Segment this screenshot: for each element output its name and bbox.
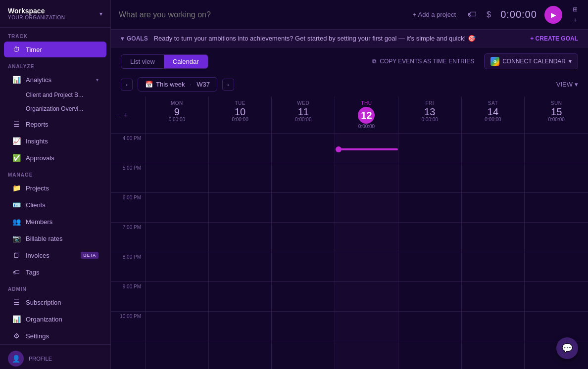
support-chat-button[interactable]: 💬 bbox=[556, 337, 578, 359]
cell-mon-10pm[interactable] bbox=[146, 312, 208, 341]
topbar-list-icon[interactable]: ⊞ bbox=[570, 4, 580, 14]
cell-tue-5pm[interactable] bbox=[209, 163, 272, 193]
cell-fri-5pm[interactable] bbox=[398, 163, 461, 193]
time-entry-input[interactable] bbox=[119, 10, 403, 19]
cell-wed-5pm[interactable] bbox=[272, 163, 335, 193]
cell-thu-10pm[interactable] bbox=[335, 312, 398, 341]
add-project-button[interactable]: + Add a project bbox=[409, 9, 460, 20]
sidebar-item-subscription[interactable]: ☰ Subscription bbox=[4, 294, 106, 310]
cell-thu-7pm[interactable] bbox=[335, 223, 398, 252]
cell-fri-6pm[interactable] bbox=[398, 193, 461, 223]
cell-sat-9pm[interactable] bbox=[462, 282, 525, 312]
day-thu[interactable] bbox=[335, 134, 398, 369]
goals-toggle[interactable]: ▾ GOALS bbox=[121, 35, 148, 42]
cell-sat-7pm[interactable] bbox=[462, 223, 525, 252]
sidebar-item-organization[interactable]: 📊 Organization bbox=[4, 311, 106, 327]
cell-thu-6pm[interactable] bbox=[335, 193, 398, 223]
sidebar-item-invoices[interactable]: 🗒 Invoices BETA bbox=[4, 247, 106, 263]
cell-sat-8pm[interactable] bbox=[462, 252, 525, 282]
sidebar-item-reports[interactable]: ☰ Reports bbox=[4, 116, 106, 132]
day-sat[interactable] bbox=[462, 134, 525, 369]
cell-fri-4pm[interactable] bbox=[398, 134, 461, 163]
sidebar-item-approvals[interactable]: ✅ Approvals bbox=[4, 150, 106, 166]
day-sun[interactable] bbox=[525, 134, 588, 369]
cell-thu-5pm[interactable] bbox=[335, 163, 398, 193]
cell-mon-7pm[interactable] bbox=[146, 223, 208, 252]
cell-wed-8pm[interactable] bbox=[272, 252, 335, 282]
cell-sun-9pm[interactable] bbox=[525, 282, 588, 312]
tag-icon[interactable]: 🏷 bbox=[466, 7, 479, 22]
day-tue[interactable] bbox=[209, 134, 272, 369]
support-chat-icon: 💬 bbox=[562, 343, 573, 354]
sidebar-item-insights[interactable]: 📈 Insights bbox=[4, 133, 106, 149]
sidebar-item-timer[interactable]: ⏱ Timer bbox=[4, 42, 106, 57]
cell-thu-4pm[interactable] bbox=[335, 134, 398, 163]
cell-sun-4pm[interactable] bbox=[525, 134, 588, 163]
cell-sun-5pm[interactable] bbox=[525, 163, 588, 193]
cell-mon-5pm[interactable] bbox=[146, 163, 208, 193]
cell-wed-6pm[interactable] bbox=[272, 193, 335, 223]
cell-mon-4pm[interactable] bbox=[146, 134, 208, 163]
cell-mon-8pm[interactable] bbox=[146, 252, 208, 282]
play-button[interactable]: ▶ bbox=[544, 6, 562, 24]
billable-icon[interactable]: $ bbox=[485, 8, 493, 21]
view-label[interactable]: VIEW ▾ bbox=[556, 81, 578, 88]
cell-sun-10pm[interactable] bbox=[525, 312, 588, 341]
cell-tue-10pm[interactable] bbox=[209, 312, 272, 341]
cell-sun-8pm[interactable] bbox=[525, 252, 588, 282]
workspace-header[interactable]: Workspace YOUR ORGANIZATION ▾ bbox=[0, 0, 110, 28]
sidebar-item-clients[interactable]: 🪪 Clients bbox=[4, 197, 106, 213]
day-mon[interactable] bbox=[146, 134, 209, 369]
zoom-in-icon[interactable]: + bbox=[124, 111, 128, 119]
sidebar-item-members[interactable]: 👥 Members bbox=[4, 214, 106, 230]
cell-sun-7pm[interactable] bbox=[525, 223, 588, 252]
day-wed[interactable] bbox=[272, 134, 335, 369]
cell-fri-8pm[interactable] bbox=[398, 252, 461, 282]
next-week-button[interactable]: › bbox=[222, 79, 234, 91]
zoom-out-icon[interactable]: − bbox=[116, 111, 120, 119]
sidebar-item-organization-overview[interactable]: Organization Overvi... bbox=[4, 102, 106, 115]
cell-tue-8pm[interactable] bbox=[209, 252, 272, 282]
cell-mon-9pm[interactable] bbox=[146, 282, 208, 312]
cell-tue-6pm[interactable] bbox=[209, 193, 272, 223]
calendar-header: − + MON 9 0:00:00 TUE 10 0:00:00 WED 11 … bbox=[111, 96, 588, 134]
sidebar-item-client-project[interactable]: Client and Project B... bbox=[4, 89, 106, 101]
cell-tue-9pm[interactable] bbox=[209, 282, 272, 312]
sidebar-item-projects[interactable]: 📁 Projects bbox=[4, 180, 106, 196]
cell-fri-10pm[interactable] bbox=[398, 312, 461, 341]
day-fri[interactable] bbox=[398, 134, 462, 369]
topbar-add-icon[interactable]: ＋ bbox=[570, 15, 580, 25]
sidebar-item-analytics[interactable]: 📊 Analytics ▾ bbox=[4, 72, 106, 88]
cell-mon-6pm[interactable] bbox=[146, 193, 208, 223]
sidebar-item-tags[interactable]: 🏷 Tags bbox=[4, 264, 106, 280]
cell-sun-6pm[interactable] bbox=[525, 193, 588, 223]
cell-wed-9pm[interactable] bbox=[272, 282, 335, 312]
create-goal-button[interactable]: + CREATE GOAL bbox=[530, 35, 578, 42]
cell-fri-9pm[interactable] bbox=[398, 282, 461, 312]
cell-wed-4pm[interactable] bbox=[272, 134, 335, 163]
cell-wed-10pm[interactable] bbox=[272, 312, 335, 341]
cell-tue-4pm[interactable] bbox=[209, 134, 272, 163]
cell-sat-4pm[interactable] bbox=[462, 134, 525, 163]
event-bar[interactable] bbox=[338, 148, 398, 150]
cell-wed-7pm[interactable] bbox=[272, 223, 335, 252]
copy-events-button[interactable]: ⧉ COPY EVENTS AS TIME ENTRIES bbox=[368, 56, 478, 67]
cell-sat-10pm[interactable] bbox=[462, 312, 525, 341]
sidebar-item-settings[interactable]: ⚙ Settings bbox=[4, 328, 106, 344]
calendar-view-button[interactable]: Calendar bbox=[164, 55, 208, 68]
insights-icon: 📈 bbox=[12, 137, 21, 145]
list-view-button[interactable]: List view bbox=[121, 55, 164, 68]
sidebar-item-billable-rates[interactable]: 📷 Billable rates bbox=[4, 231, 106, 246]
prev-week-button[interactable]: ‹ bbox=[121, 79, 133, 91]
view-chevron-icon: ▾ bbox=[575, 81, 578, 88]
connect-calendar-button[interactable]: G CONNECT CALENDAR ▾ bbox=[484, 53, 578, 69]
cell-thu-8pm[interactable] bbox=[335, 252, 398, 282]
cell-tue-7pm[interactable] bbox=[209, 223, 272, 252]
week-display[interactable]: 📅 This week · W37 bbox=[138, 77, 217, 92]
cell-thu-9pm[interactable] bbox=[335, 282, 398, 312]
day-header-sun: SUN 15 0:00:00 bbox=[525, 96, 588, 133]
cell-fri-7pm[interactable] bbox=[398, 223, 461, 252]
profile-area[interactable]: 👤 PROFILE bbox=[0, 344, 110, 369]
cell-sat-5pm[interactable] bbox=[462, 163, 525, 193]
cell-sat-6pm[interactable] bbox=[462, 193, 525, 223]
